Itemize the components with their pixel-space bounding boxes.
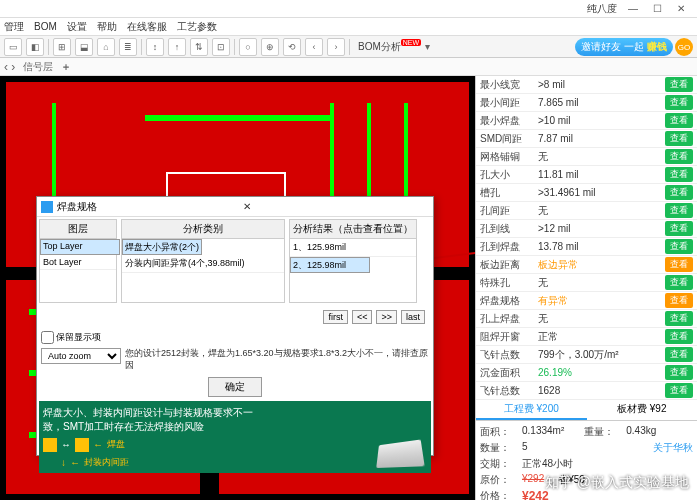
check-row: 最小焊盘>10 mil查看 [476,112,697,130]
check-row: SMD间距7.87 mil查看 [476,130,697,148]
capacitor-3d-icon [376,440,424,469]
layer-top[interactable]: Top Layer [40,239,120,255]
check-row: 沉金面积26.19%查看 [476,364,697,382]
view-button[interactable]: 查看 [665,311,693,326]
first-button[interactable]: first [323,310,348,324]
result-1[interactable]: 1、125.98mil [290,239,416,257]
result-2[interactable]: 2、125.98mil [290,257,370,273]
tool-4[interactable]: ⬓ [75,38,93,56]
layer-bot[interactable]: Bot Layer [40,255,116,270]
new-badge: NEW [401,39,421,46]
keep-display-checkbox[interactable]: 保留显示项 [41,331,101,344]
tool-3[interactable]: ⊞ [53,38,71,56]
view-button[interactable]: 查看 [665,149,693,164]
tool-1[interactable]: ▭ [4,38,22,56]
warning-banner: 焊盘大小、封装内间距设计与封装规格要求不一致，SMT加工时存在无法焊接的风险 ↔… [39,401,431,473]
menu-manage[interactable]: 管理 [4,20,24,34]
view-button[interactable]: 查看 [665,221,693,236]
tool-9[interactable]: ⇅ [190,38,208,56]
titlebar: 纯八度 — ☐ ✕ [0,0,697,18]
view-button[interactable]: 查看 [665,329,693,344]
close-button[interactable]: ✕ [669,1,693,17]
advice-text: 您的设计2512封装，焊盘为1.65*3.20与规格要求1.8*3.2大小不一，… [125,348,429,371]
menu-support[interactable]: 在线客服 [127,20,167,34]
check-row: 特殊孔无查看 [476,274,697,292]
watermark: 知乎 @嵌入式实验基地 [545,474,689,492]
maximize-button[interactable]: ☐ [645,1,669,17]
view-button[interactable]: 查看 [665,95,693,110]
go-icon: GO [675,38,693,56]
view-button[interactable]: 查看 [665,113,693,128]
view-button[interactable]: 查看 [665,185,693,200]
menu-bom[interactable]: BOM [34,21,57,32]
subbar: ‹ › 信号层 ＋ [0,58,697,76]
check-row: 孔到焊盘13.78 mil查看 [476,238,697,256]
pad-icon [75,438,89,452]
view-button[interactable]: 查看 [665,239,693,254]
tool-10[interactable]: ⊡ [212,38,230,56]
last-button[interactable]: last [401,310,425,324]
tool-8[interactable]: ↑ [168,38,186,56]
tool-11[interactable]: ○ [239,38,257,56]
tool-15[interactable]: › [327,38,345,56]
tool-14[interactable]: ‹ [305,38,323,56]
check-row: 阻焊开窗正常查看 [476,328,697,346]
view-button[interactable]: 查看 [665,131,693,146]
dialog-close[interactable]: ✕ [239,201,429,212]
check-row: 槽孔>31.4961 mil查看 [476,184,697,202]
tool-6[interactable]: ≣ [119,38,137,56]
view-button[interactable]: 查看 [665,293,693,308]
username: 纯八度 [587,2,617,16]
dialog-title: 焊盘规格 [57,200,239,214]
layer-tab[interactable]: 信号层 [23,60,53,74]
tab-engineering[interactable]: 工程费 ¥200 [476,400,587,420]
check-row: 飞针点数799个，3.00万/m²查看 [476,346,697,364]
tool-12[interactable]: ⊕ [261,38,279,56]
cat-size[interactable]: 焊盘大小异常(2个) [122,239,202,255]
view-button[interactable]: 查看 [665,347,693,362]
view-button[interactable]: 查看 [665,167,693,182]
tool-5[interactable]: ⌂ [97,38,115,56]
check-row: 板边距离板边异常查看 [476,256,697,274]
bom-analysis[interactable]: BOM分析 [358,40,401,54]
prev-button[interactable]: << [352,310,373,324]
view-button[interactable]: 查看 [665,365,693,380]
view-button[interactable]: 查看 [665,257,693,272]
menu-process[interactable]: 工艺参数 [177,20,217,34]
about-link[interactable]: 关于华秋 [653,441,693,455]
invite-banner[interactable]: 邀请好友 一起 赚钱 GO [575,36,693,58]
cat-gap[interactable]: 分装内间距异常(4个,39.88mil) [122,255,284,273]
add-tab[interactable]: ＋ [61,60,71,74]
tab-material[interactable]: 板材费 ¥92 [587,400,698,420]
check-row: 最小间距7.865 mil查看 [476,94,697,112]
check-row: 孔上焊盘无查看 [476,310,697,328]
check-row: 最小线宽>8 mil查看 [476,76,697,94]
ok-button[interactable]: 确定 [208,377,262,397]
check-row: 焊盘规格有异常查看 [476,292,697,310]
zoom-select[interactable]: Auto zoom [41,348,121,364]
tool-13[interactable]: ⟲ [283,38,301,56]
view-button[interactable]: 查看 [665,275,693,290]
tool-2[interactable]: ◧ [26,38,44,56]
cost-tabs: 工程费 ¥200 板材费 ¥92 [476,400,697,421]
view-button[interactable]: 查看 [665,203,693,218]
check-row: 孔间距无查看 [476,202,697,220]
menubar: 管理 BOM 设置 帮助 在线客服 工艺参数 [0,18,697,36]
menu-help[interactable]: 帮助 [97,20,117,34]
view-button[interactable]: 查看 [665,77,693,92]
check-row: 网格铺铜无查看 [476,148,697,166]
minimize-button[interactable]: — [621,1,645,17]
check-row: 飞针总数1628查看 [476,382,697,400]
check-row: 孔大小11.81 mil查看 [476,166,697,184]
check-row: 孔到线>12 mil查看 [476,220,697,238]
pad-icon [43,438,57,452]
tool-7[interactable]: ↕ [146,38,164,56]
view-button[interactable]: 查看 [665,383,693,398]
dialog-icon [41,201,53,213]
next-button[interactable]: >> [376,310,397,324]
menu-settings[interactable]: 设置 [67,20,87,34]
check-panel: 最小线宽>8 mil查看最小间距7.865 mil查看最小焊盘>10 mil查看… [475,76,697,500]
pad-spec-dialog: 焊盘规格 ✕ 图层 Top Layer Bot Layer 分析类别 焊盘大小异… [36,196,434,456]
